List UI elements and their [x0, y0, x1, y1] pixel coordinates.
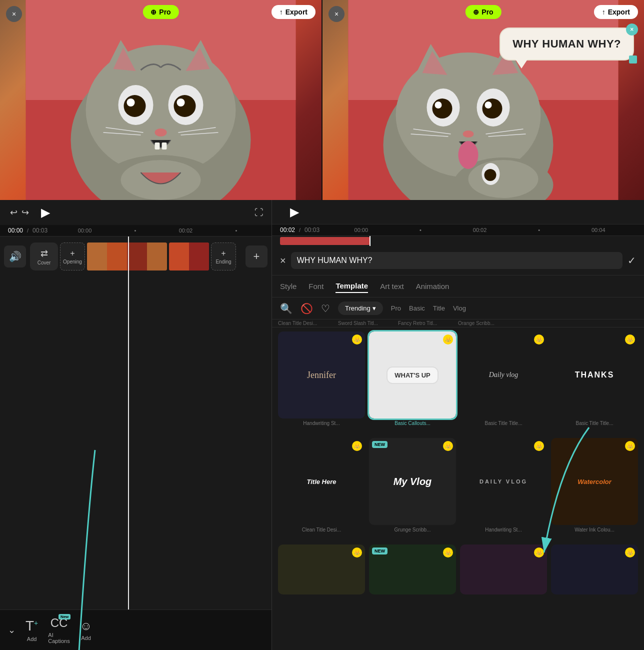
- template-row-3: 👑 👑 NEW 👑: [278, 544, 638, 594]
- template-card-daily-vlog-2[interactable]: DAILY VLOG 👑: [460, 438, 547, 525]
- template-card-bottom2[interactable]: 👑 NEW: [369, 544, 456, 594]
- speech-bubble-text: WHY HUMAN WHY?: [512, 38, 621, 50]
- ai-captions-tool[interactable]: CC New AICaptions: [48, 616, 70, 644]
- daily-vlog-2-text: DAILY VLOG: [480, 478, 528, 484]
- cat-illustration-left: [0, 0, 322, 200]
- template-wrapper-bottom4: 👑: [551, 544, 638, 594]
- template-wrapper-bottom3: 👑: [460, 544, 547, 594]
- svg-rect-54: [189, 242, 209, 270]
- ruler-mark-00: 00:00: [78, 228, 92, 234]
- template-card-bottom3[interactable]: 👑: [460, 544, 547, 594]
- template-inner-bottom1: 👑: [278, 544, 365, 594]
- template-card-callout[interactable]: WHAT'S UP 👑: [369, 332, 456, 418]
- trending-dropdown[interactable]: Trending ▾: [338, 302, 383, 315]
- add-text-icon: T+: [26, 618, 38, 634]
- fullscreen-button[interactable]: ⛶: [254, 208, 264, 218]
- left-pro-button[interactable]: ⊕ Pro: [142, 5, 178, 19]
- text-input-field[interactable]: [291, 252, 622, 269]
- new-badge-my-vlog: NEW: [372, 441, 388, 448]
- template-card-title-here[interactable]: Title Here 👑: [278, 438, 365, 525]
- video-clip-2[interactable]: [169, 242, 209, 270]
- left-play-button[interactable]: ▶: [41, 206, 50, 220]
- chevron-down-button[interactable]: ⌄: [8, 624, 16, 636]
- right-pro-button[interactable]: ⊕ Pro: [465, 5, 501, 19]
- ruler-mark-02b: 00:02: [179, 228, 193, 234]
- callout-bubble: WHAT'S UP: [386, 366, 438, 384]
- new-badge: New: [58, 614, 70, 620]
- text-input-row: × ✓: [272, 246, 644, 276]
- audio-toggle-button[interactable]: 🔊: [4, 246, 26, 268]
- svg-rect-12: [162, 142, 167, 150]
- template-card-bottom1[interactable]: 👑: [278, 544, 365, 594]
- filter-vlog[interactable]: Vlog: [453, 304, 466, 312]
- left-video-bg: [0, 0, 322, 200]
- search-filter-button[interactable]: 🔍: [280, 302, 292, 314]
- template-inner-daily-vlog-2: DAILY VLOG 👑: [460, 438, 547, 525]
- video-clip-1[interactable]: [87, 242, 167, 270]
- watercolor-label: Water Ink Colou...: [551, 527, 638, 532]
- filter-pro[interactable]: Pro: [391, 304, 401, 312]
- pro-label: Pro: [159, 8, 170, 16]
- svg-rect-11: [155, 142, 160, 150]
- right-close-button[interactable]: ×: [328, 6, 344, 22]
- svg-rect-49: [107, 242, 127, 270]
- template-card-handwriting[interactable]: Jennifer 👑: [278, 332, 365, 418]
- speech-bubble[interactable]: × WHY HUMAN WHY?: [500, 28, 634, 60]
- right-time-current: 00:02: [280, 226, 295, 234]
- right-controls-row: ▶: [272, 200, 644, 224]
- right-play-button[interactable]: ▶: [290, 205, 299, 219]
- add-text-tool[interactable]: T+ Add: [26, 618, 38, 642]
- redo-button[interactable]: ↪: [20, 205, 31, 220]
- filter-title[interactable]: Title: [433, 304, 445, 312]
- template-card-bottom4[interactable]: 👑: [551, 544, 638, 594]
- right-export-button[interactable]: ↑ Export: [594, 5, 638, 19]
- svg-point-45: [484, 169, 496, 181]
- undo-button[interactable]: ↩: [8, 205, 20, 220]
- text-close-button[interactable]: ×: [280, 255, 286, 266]
- filter-basic[interactable]: Basic: [409, 304, 425, 312]
- ruler-mark-02c: •: [235, 228, 237, 234]
- right-time-total: 00:03: [304, 226, 320, 234]
- template-wrapper-bottom2: 👑 NEW: [369, 544, 456, 594]
- tab-style[interactable]: Style: [280, 280, 296, 292]
- time-separator: /: [27, 228, 28, 234]
- text-confirm-button[interactable]: ✓: [628, 254, 636, 266]
- left-controls-row: ↩ ↪ ▶ ⛶: [0, 200, 272, 225]
- left-export-button[interactable]: ↑ Export: [272, 5, 316, 19]
- opening-button[interactable]: + Opening: [60, 242, 85, 270]
- right-time-sep: /: [299, 227, 300, 233]
- scroll-label-1: Clean Title Desi...: [278, 320, 336, 326]
- svg-point-46: [458, 141, 478, 169]
- add-text-label: Add: [27, 636, 37, 642]
- daily-vlog-text: Daily vlog: [489, 371, 518, 379]
- template-card-thanks[interactable]: THANKS 👑: [551, 332, 638, 418]
- ai-captions-label: AICaptions: [48, 632, 70, 644]
- template-wrapper-daily-vlog: Daily vlog 👑 Basic Title Title...: [460, 332, 547, 426]
- template-inner-handwriting: Jennifer 👑: [278, 332, 365, 418]
- thanks-text: THANKS: [575, 370, 614, 380]
- tab-template[interactable]: Template: [336, 280, 368, 293]
- right-template-panel: ▶ 00:02 / 00:03 00:00 • 00:02 • 00:04 × …: [272, 200, 644, 650]
- bubble-resize-handle[interactable]: [629, 56, 637, 64]
- bottom-toolbar: ⌄ T+ Add CC New AICaptions ☺ Add: [0, 610, 272, 650]
- crown-badge-thanks: 👑: [625, 334, 635, 344]
- cover-button[interactable]: ⇄ Cover: [30, 242, 58, 270]
- template-card-my-vlog[interactable]: My Vlog 👑 NEW: [369, 438, 456, 525]
- filter-row: 🔍 🚫 ♡ Trending ▾ Pro Basic Title Vlog: [272, 298, 644, 320]
- daily-vlog-2-label: Handwriting St...: [460, 527, 547, 532]
- left-close-button[interactable]: ×: [6, 6, 22, 22]
- tab-font[interactable]: Font: [308, 280, 324, 292]
- heart-filter-button[interactable]: ♡: [321, 302, 330, 314]
- template-card-daily-vlog[interactable]: Daily vlog 👑: [460, 332, 547, 418]
- bubble-close-button[interactable]: ×: [626, 24, 638, 36]
- left-video-panel: × ⊕ Pro ↑ Export: [0, 0, 322, 200]
- template-card-watercolor[interactable]: Watercolor 👑: [551, 438, 638, 525]
- right-ruler-0: 00:00: [354, 227, 368, 233]
- right-export-label: Export: [608, 8, 630, 16]
- ending-button[interactable]: + Ending: [211, 242, 236, 270]
- add-clip-button[interactable]: +: [246, 246, 268, 268]
- tab-animation[interactable]: Animation: [416, 280, 450, 292]
- block-filter-button[interactable]: 🚫: [300, 302, 313, 314]
- tab-art-text[interactable]: Art text: [380, 280, 404, 292]
- add-sticker-tool[interactable]: ☺ Add: [80, 619, 92, 641]
